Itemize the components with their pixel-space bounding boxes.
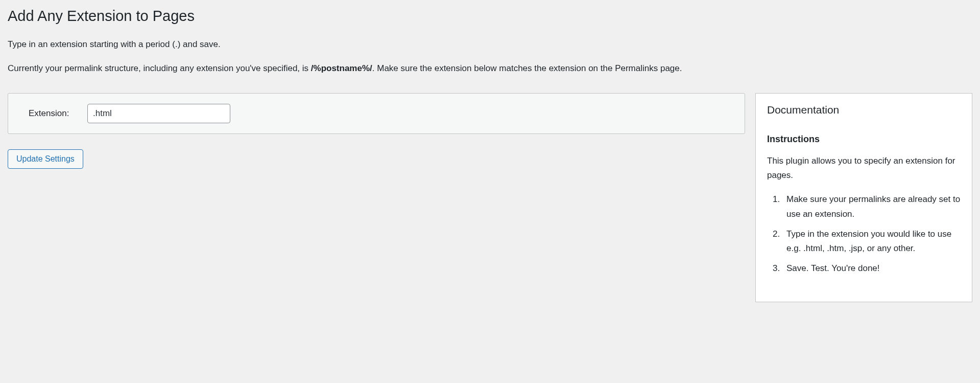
doc-subheading: Instructions bbox=[767, 134, 961, 145]
intro-text-1: Type in an extension starting with a per… bbox=[8, 37, 972, 51]
doc-description: This plugin allows you to specify an ext… bbox=[767, 154, 961, 182]
page-title: Add Any Extension to Pages bbox=[8, 8, 972, 25]
list-item: Save. Test. You're done! bbox=[782, 261, 961, 276]
doc-heading: Documentation bbox=[767, 104, 961, 116]
permalink-structure: /%postname%/ bbox=[311, 63, 372, 73]
documentation-box: Documentation Instructions This plugin a… bbox=[755, 93, 972, 302]
list-item: Type in the extension you would like to … bbox=[782, 227, 961, 257]
extension-input[interactable] bbox=[87, 104, 230, 123]
intro-text-2: Currently your permalink structure, incl… bbox=[8, 61, 972, 75]
list-item: Make sure your permalinks are already se… bbox=[782, 192, 961, 222]
intro-prefix: Currently your permalink structure, incl… bbox=[8, 63, 311, 73]
doc-steps-list: Make sure your permalinks are already se… bbox=[767, 192, 961, 276]
extension-form-box: Extension: bbox=[8, 93, 745, 134]
update-settings-button[interactable]: Update Settings bbox=[8, 149, 83, 169]
intro-suffix: . Make sure the extension below matches … bbox=[372, 63, 682, 73]
extension-label: Extension: bbox=[21, 108, 72, 119]
